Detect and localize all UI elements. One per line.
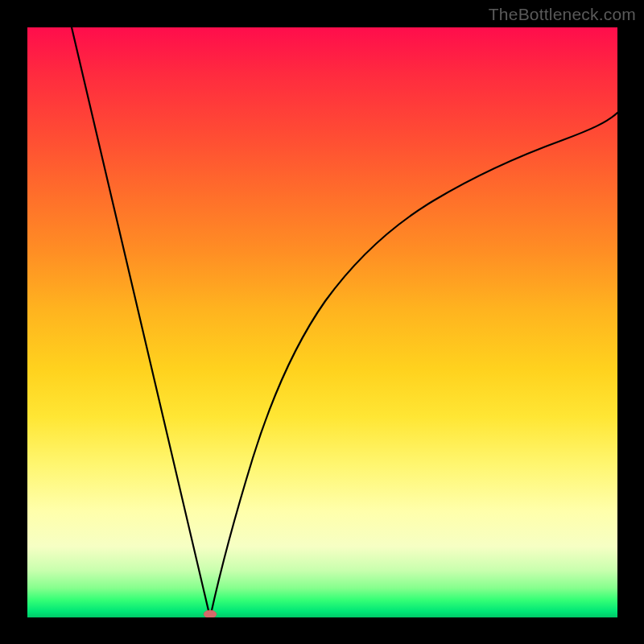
cusp-marker [204,610,217,617]
chart-frame: TheBottleneck.com [0,0,644,644]
curve-right-branch [210,113,617,617]
curve-left-branch [72,27,210,617]
plot-area [27,27,617,617]
curve-svg [27,27,617,617]
watermark-text: TheBottleneck.com [489,5,636,24]
